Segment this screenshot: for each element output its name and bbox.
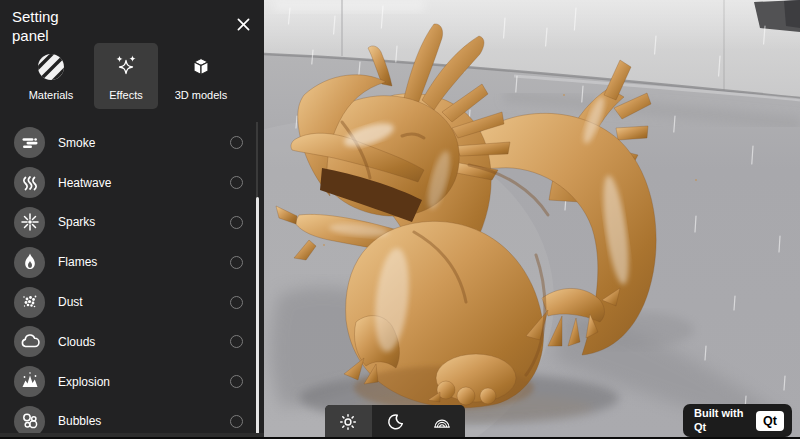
radio-heatwave[interactable] <box>230 176 243 189</box>
effect-label-clouds: Clouds <box>58 335 95 349</box>
clouds-icon <box>14 326 45 357</box>
3d-viewport[interactable]: Built with Qt Qt <box>264 0 800 439</box>
moon-icon <box>384 411 406 433</box>
cube-icon <box>186 52 216 82</box>
tab-3d-models-label: 3D models <box>175 89 228 101</box>
effect-label-heatwave: Heatwave <box>58 176 111 190</box>
scrollbar-thumb[interactable] <box>256 197 259 439</box>
radio-dust[interactable] <box>230 296 243 309</box>
effect-row-clouds[interactable]: Clouds <box>0 322 264 362</box>
qt-logo: Qt <box>756 411 784 431</box>
radio-bubbles[interactable] <box>230 415 243 428</box>
sun-light-button[interactable] <box>325 405 372 439</box>
effect-row-sparks[interactable]: Sparks <box>0 203 264 243</box>
explosion-icon <box>14 366 45 397</box>
effects-icon <box>111 52 141 82</box>
heatwave-icon <box>14 167 45 198</box>
effect-row-smoke[interactable]: Smoke <box>0 123 264 163</box>
radio-flames[interactable] <box>230 256 243 269</box>
lighting-toolbar <box>325 405 465 439</box>
close-button[interactable] <box>232 13 254 35</box>
moon-light-button[interactable] <box>372 405 419 439</box>
built-with-qt-label: Built with Qt <box>694 407 744 433</box>
tab-materials-label: Materials <box>29 89 74 101</box>
smoke-icon <box>14 127 45 158</box>
tab-effects-label: Effects <box>109 89 142 101</box>
settings-panel: Setting panel <box>0 0 264 439</box>
sparks-icon <box>14 207 45 238</box>
effect-row-dust[interactable]: Dust <box>0 282 264 322</box>
dust-icon <box>14 287 45 318</box>
panel-title: Setting panel <box>12 8 84 46</box>
tab-3d-models[interactable]: 3D models <box>169 43 233 109</box>
effect-label-dust: Dust <box>58 295 83 309</box>
sun-icon <box>337 411 359 433</box>
rain-arcs-icon <box>431 411 453 433</box>
category-tabs: Materials Effects 3D mod <box>0 43 264 109</box>
radio-sparks[interactable] <box>230 216 243 229</box>
radio-explosion[interactable] <box>230 375 243 388</box>
effect-label-flames: Flames <box>58 255 97 269</box>
app-window: Setting panel <box>0 0 800 439</box>
radio-clouds[interactable] <box>230 335 243 348</box>
effect-row-explosion[interactable]: Explosion <box>0 362 264 402</box>
effect-row-heatwave[interactable]: Heatwave <box>0 163 264 203</box>
materials-icon <box>36 52 66 82</box>
tab-materials[interactable]: Materials <box>19 43 83 109</box>
effect-label-bubbles: Bubbles <box>58 414 101 428</box>
effect-label-sparks: Sparks <box>58 215 95 229</box>
tab-effects[interactable]: Effects <box>94 43 158 109</box>
rain-light-button[interactable] <box>418 405 465 439</box>
3d-scene <box>264 0 800 439</box>
effect-label-explosion: Explosion <box>58 375 110 389</box>
panel-header: Setting panel <box>0 0 264 42</box>
built-with-qt-badge[interactable]: Built with Qt Qt <box>683 404 792 437</box>
radio-smoke[interactable] <box>230 136 243 149</box>
flames-icon <box>14 247 45 278</box>
effect-row-flames[interactable]: Flames <box>0 242 264 282</box>
effects-list: Smoke Heatwave <box>0 123 264 439</box>
close-icon <box>235 16 252 33</box>
effect-label-smoke: Smoke <box>58 136 95 150</box>
